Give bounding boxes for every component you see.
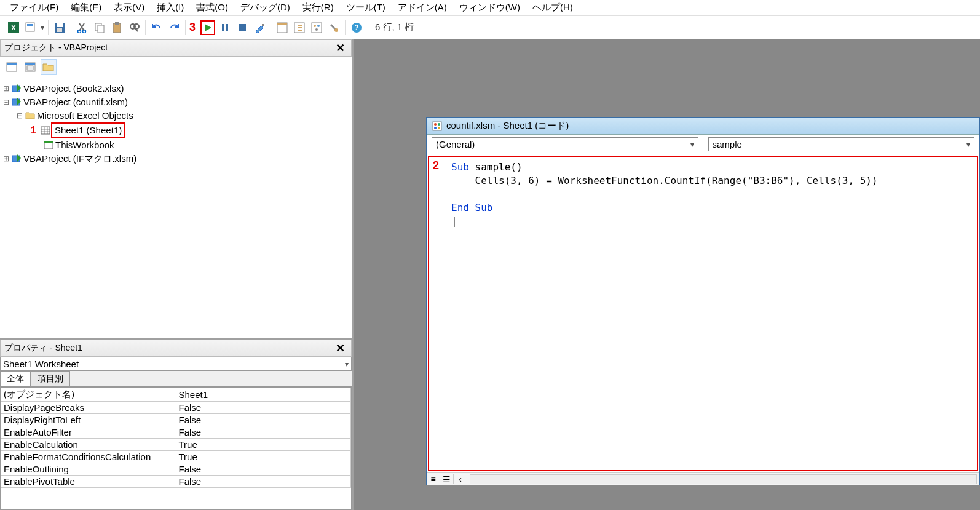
properties-object-label: Sheet1 Worksheet <box>3 359 79 369</box>
code-window-titlebar[interactable]: countif.xlsm - Sheet1 (コード) <box>427 118 979 135</box>
menu-addins[interactable]: アドイン(A) <box>395 1 449 15</box>
property-name: EnableCalculation <box>1 439 176 451</box>
view-code-button[interactable] <box>4 59 20 75</box>
property-value[interactable]: False <box>176 402 351 414</box>
code-procedure-select[interactable]: sample ▾ <box>708 137 975 151</box>
toolbar-design-mode-button[interactable] <box>252 20 267 35</box>
toolbar-separator <box>185 20 186 35</box>
code-editor[interactable]: 2 Sub sample() Cells(3, 6) = WorksheetFu… <box>428 156 978 471</box>
tree-expand-icon[interactable]: ⊞ <box>2 152 10 165</box>
redo-icon <box>168 22 180 33</box>
toolbar-cut-button[interactable] <box>75 20 90 35</box>
svg-rect-37 <box>41 127 50 134</box>
close-icon[interactable]: ✕ <box>333 41 347 55</box>
property-row[interactable]: EnablePivotTableFalse <box>1 476 351 488</box>
code-window-footer: ≡ ☰ ‹ <box>427 472 979 485</box>
toolbar-save-button[interactable] <box>52 20 67 35</box>
code-procedure-label: sample <box>713 139 742 149</box>
tree-item-vbaproject-countif[interactable]: VBAProject (countif.xlsm) <box>23 95 128 109</box>
property-value[interactable]: True <box>176 451 351 463</box>
project-tree[interactable]: ⊞ VBAProject (Book2.xlsx) ⊟ VBAProject (… <box>0 78 352 338</box>
toolbar-toolbox-button[interactable] <box>326 20 341 35</box>
toolbar-paste-button[interactable] <box>109 20 124 35</box>
toolbar-find-button[interactable] <box>127 20 141 35</box>
toolbar-separator <box>345 20 346 35</box>
menu-edit[interactable]: 編集(E) <box>68 1 104 15</box>
toolbar-copy-button[interactable] <box>92 20 107 35</box>
tree-item-sheet1[interactable]: Sheet1 (Sheet1) <box>51 122 125 138</box>
property-value[interactable]: False <box>176 476 351 488</box>
svg-rect-5 <box>57 23 63 27</box>
toolbar-project-explorer-button[interactable] <box>275 20 290 35</box>
property-value[interactable]: False <box>176 426 351 439</box>
procedure-view-button[interactable]: ≡ <box>427 474 440 484</box>
menu-tools[interactable]: ツール(T) <box>344 1 388 15</box>
module-icon <box>25 22 36 33</box>
code-text[interactable]: Sub sample() Cells(3, 6) = WorksheetFunc… <box>429 157 882 470</box>
menu-insert[interactable]: 挿入(I) <box>154 1 186 15</box>
toolbar-object-browser-button[interactable] <box>309 20 324 35</box>
project-explorer-panel: プロジェクト - VBAProject ✕ ⊞ <box>0 39 352 338</box>
toolbar-properties-window-button[interactable] <box>292 20 307 35</box>
property-row[interactable]: EnableCalculationTrue <box>1 439 351 451</box>
property-row[interactable]: DisplayRightToLeftFalse <box>1 414 351 426</box>
property-row[interactable]: EnableOutliningFalse <box>1 463 351 476</box>
toolbar-undo-button[interactable] <box>149 20 164 35</box>
properties-object-select[interactable]: Sheet1 Worksheet ▾ <box>0 357 352 371</box>
toolbar-redo-button[interactable] <box>167 20 181 35</box>
svg-marker-15 <box>205 24 211 31</box>
properties-grid[interactable]: (オブジェクト名)Sheet1DisplayPageBreaksFalseDis… <box>0 387 352 510</box>
workbook-icon <box>43 140 54 150</box>
property-value[interactable]: False <box>176 463 351 476</box>
menu-debug[interactable]: デバッグ(D) <box>238 1 293 15</box>
property-value[interactable]: False <box>176 414 351 426</box>
scroll-left-button[interactable]: ‹ <box>454 474 467 484</box>
property-value[interactable]: True <box>176 439 351 451</box>
view-object-icon <box>25 62 36 72</box>
svg-text:X: X <box>11 24 16 31</box>
tree-collapse-icon[interactable]: ⊟ <box>16 109 23 122</box>
tree-collapse-icon[interactable]: ⊟ <box>2 95 10 109</box>
dropdown-chevron-icon[interactable]: ▾ <box>41 23 44 32</box>
property-row[interactable]: EnableFormatConditionsCalculationTrue <box>1 451 351 463</box>
menu-help[interactable]: ヘルプ(H) <box>530 1 575 15</box>
property-name: EnableFormatConditionsCalculation <box>1 451 176 463</box>
horizontal-scrollbar[interactable] <box>470 474 977 484</box>
tree-item-vbaproject-book2[interactable]: VBAProject (Book2.xlsx) <box>23 82 124 95</box>
menu-window[interactable]: ウィンドウ(W) <box>457 1 523 15</box>
close-icon[interactable]: ✕ <box>333 341 347 355</box>
properties-icon <box>294 22 305 33</box>
toolbar-excel-icon[interactable]: X <box>6 20 21 35</box>
toolbar: X ▾ 3 <box>0 16 980 39</box>
properties-tab-all[interactable]: 全体 <box>0 371 31 386</box>
toolbar-break-button[interactable] <box>218 20 232 35</box>
toolbar-run-button[interactable] <box>200 20 215 35</box>
svg-text:?: ? <box>354 23 358 32</box>
property-name: EnableAutoFilter <box>1 426 176 439</box>
view-object-button[interactable] <box>22 59 38 75</box>
svg-point-26 <box>315 28 318 31</box>
property-row[interactable]: EnableAutoFilterFalse <box>1 426 351 439</box>
tree-item-thisworkbook[interactable]: ThisWorkbook <box>55 138 114 152</box>
property-row[interactable]: DisplayPageBreaksFalse <box>1 402 351 414</box>
tree-item-excel-objects[interactable]: Microsoft Excel Objects <box>37 109 133 122</box>
project-explorer-toolbar <box>0 57 352 78</box>
properties-tab-categorized[interactable]: 項目別 <box>31 371 70 386</box>
property-value[interactable]: Sheet1 <box>176 388 351 402</box>
svg-rect-34 <box>27 66 33 70</box>
tree-expand-icon[interactable]: ⊞ <box>2 82 10 95</box>
property-row[interactable]: (オブジェクト名)Sheet1 <box>1 388 351 402</box>
menu-run[interactable]: 実行(R) <box>300 1 336 15</box>
menu-file[interactable]: ファイル(F) <box>7 1 61 15</box>
undo-icon <box>151 22 162 33</box>
toolbar-help-button[interactable]: ? <box>349 20 364 35</box>
toggle-folders-button[interactable] <box>41 59 57 75</box>
full-module-view-button[interactable]: ☰ <box>440 474 454 484</box>
toolbar-stop-button[interactable] <box>235 20 250 35</box>
menu-format[interactable]: 書式(O) <box>194 1 231 15</box>
tree-item-vbaproject-ifmacro[interactable]: VBAProject (IFマクロ.xlsm) <box>23 152 136 165</box>
folder-open-icon <box>25 111 36 121</box>
toolbar-insert-module-button[interactable] <box>23 20 38 35</box>
code-object-select[interactable]: (General) ▾ <box>432 137 698 151</box>
menu-view[interactable]: 表示(V) <box>111 1 147 15</box>
